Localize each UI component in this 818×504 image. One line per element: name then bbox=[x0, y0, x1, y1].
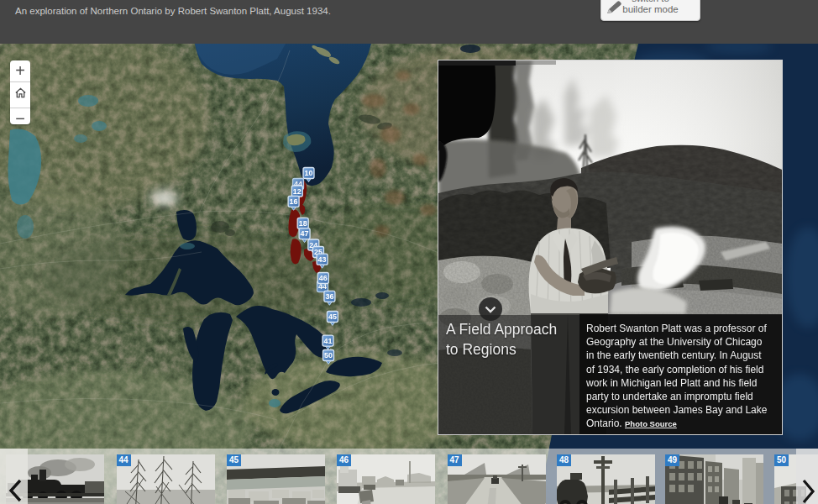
svg-text:16: 16 bbox=[290, 197, 298, 206]
svg-text:10: 10 bbox=[304, 169, 312, 177]
svg-text:36: 36 bbox=[325, 292, 333, 301]
svg-text:41: 41 bbox=[323, 337, 332, 345]
svg-text:12: 12 bbox=[293, 187, 302, 196]
svg-text:45: 45 bbox=[328, 312, 337, 321]
svg-text:18: 18 bbox=[299, 219, 307, 228]
svg-text:43: 43 bbox=[318, 255, 327, 264]
svg-text:47: 47 bbox=[301, 229, 309, 238]
svg-text:46: 46 bbox=[319, 274, 328, 282]
svg-text:50: 50 bbox=[324, 351, 333, 360]
